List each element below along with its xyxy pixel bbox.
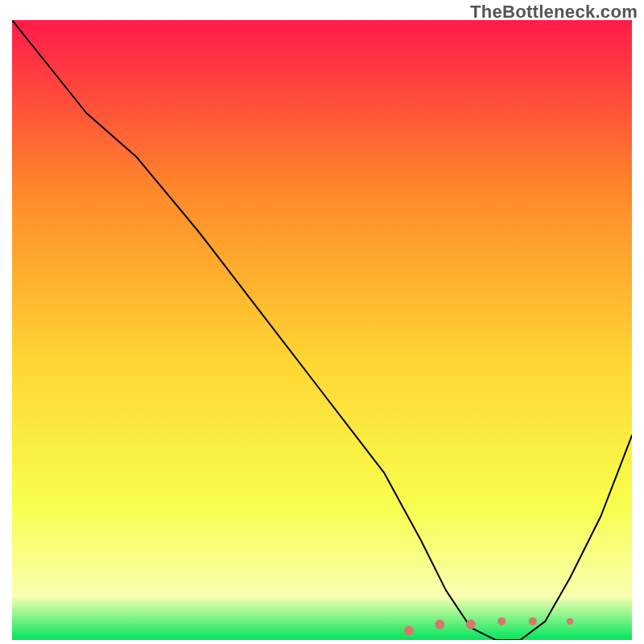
svg-point-0: [404, 626, 414, 636]
chart-svg: [12, 20, 632, 640]
svg-point-1: [435, 620, 444, 630]
svg-point-4: [529, 617, 537, 625]
svg-point-5: [567, 618, 573, 625]
plot-area: [12, 20, 632, 640]
svg-point-2: [466, 620, 476, 630]
gradient-background: [12, 20, 632, 640]
svg-point-3: [497, 617, 506, 625]
chart-container: TheBottleneck.com: [0, 0, 644, 644]
